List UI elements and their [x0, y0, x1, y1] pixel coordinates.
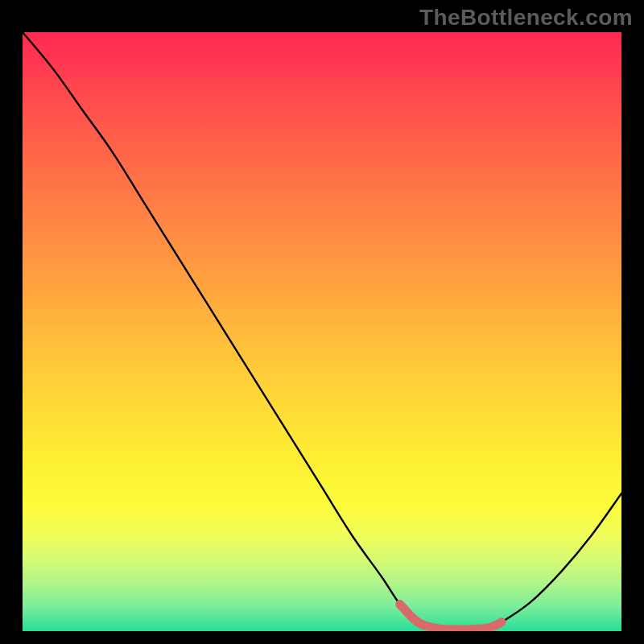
- chart-svg: [23, 32, 621, 631]
- chart-container: TheBottleneck.com: [0, 0, 644, 644]
- watermark-text: TheBottleneck.com: [419, 5, 633, 31]
- plot-area: [23, 32, 621, 631]
- optimal-zone-highlight: [400, 605, 502, 630]
- bottleneck-curve: [23, 32, 621, 630]
